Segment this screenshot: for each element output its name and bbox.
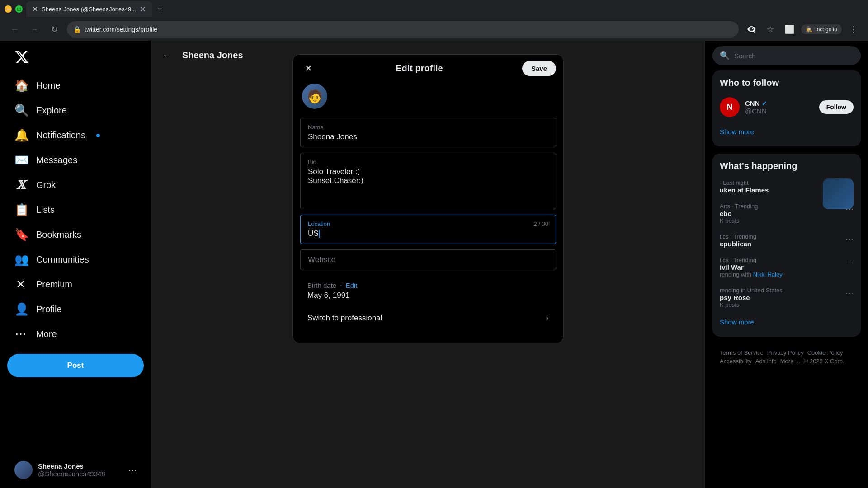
name-input[interactable] (308, 132, 548, 141)
cnn-name-text: CNN (745, 99, 760, 107)
bio-text: Solo Traveler :)Sunset Chaser:) (308, 167, 548, 203)
modal-avatar-section: 🧑 (293, 82, 563, 118)
birth-edit-button[interactable]: Edit (346, 282, 358, 289)
url-text: twitter.com/settings/profile (85, 26, 732, 33)
trending-more-icon-3[interactable]: ⋯ (845, 258, 854, 267)
switch-professional-item[interactable]: Switch to professional › (300, 305, 556, 330)
birth-separator: · (340, 281, 342, 289)
show-more-link[interactable]: Show more (712, 122, 861, 141)
trending-more-icon-2[interactable]: ⋯ (845, 234, 854, 244)
browser-menu-button[interactable]: ⋮ (846, 22, 861, 37)
sidebar-logo[interactable] (7, 44, 144, 71)
trending-show-more[interactable]: Show more (712, 313, 861, 331)
text-cursor (319, 230, 320, 238)
sidebar-item-notifications[interactable]: 🔔 Notifications (7, 123, 144, 148)
maximize-button[interactable]: □ (15, 5, 23, 13)
cnn-info: CNN ✓ @CNN (745, 99, 814, 115)
location-input-display[interactable]: US (308, 229, 548, 238)
trending-topic-3: ivil War (720, 263, 854, 271)
incognito-label: Incognito (815, 26, 837, 33)
trending-more-icon-1[interactable]: ⋯ (845, 204, 854, 214)
cnn-follow-button[interactable]: Follow (819, 100, 854, 114)
app-container: 🏠 Home 🔍 Explore 🔔 Notifications ✉️ Mess… (0, 41, 868, 488)
sidebar-user-profile[interactable]: Sheena Jones @SheenaJones49348 ⋯ (7, 455, 144, 484)
location-field-label: Location (308, 221, 548, 227)
sidebar-item-grok[interactable]: 𝕏 Grok (7, 173, 144, 197)
sidebar-item-more[interactable]: ⋯ More (7, 322, 144, 347)
trending-item-3[interactable]: tics · Trending ivil War rending with Ni… (712, 252, 861, 282)
incognito-icon: 🕵 (806, 26, 812, 33)
ssl-lock-icon: 🔒 (73, 26, 81, 33)
tab-favicon: ✕ (33, 5, 38, 13)
browser-tab-active[interactable]: ✕ Sheena Jones (@SheenaJones49... ✕ (26, 1, 152, 17)
back-nav-button[interactable]: ← (7, 22, 22, 37)
search-icon: 🔍 (720, 51, 730, 61)
profile-area: ← Sheena Jones ✕ Edit profile Save (151, 41, 705, 488)
sidebar-item-home[interactable]: 🏠 Home (7, 73, 144, 98)
lists-icon: 📋 (14, 203, 27, 217)
grok-icon: 𝕏 (14, 178, 27, 192)
bookmark-star-icon[interactable]: ☆ (763, 22, 778, 37)
new-tab-button[interactable]: + (154, 2, 166, 16)
modal-close-button[interactable]: ✕ (300, 60, 316, 76)
trending-topic-4: psy Rose (720, 294, 854, 301)
sidebar-item-profile[interactable]: 👤 Profile (7, 297, 144, 322)
bio-field[interactable]: Bio Solo Traveler :)Sunset Chaser:) (300, 153, 556, 209)
sidebar-item-communities[interactable]: 👥 Communities (7, 247, 144, 272)
browser-profile-icon[interactable]: ⬜ (782, 22, 797, 37)
sidebar-item-lists[interactable]: 📋 Lists (7, 197, 144, 222)
communities-icon: 👥 (14, 253, 27, 267)
sidebar-item-bookmarks[interactable]: 🔖 Bookmarks (7, 222, 144, 247)
modal-save-button[interactable]: Save (522, 61, 556, 76)
sidebar-item-messages[interactable]: ✉️ Messages (7, 148, 144, 173)
profile-icon: 👤 (14, 302, 27, 316)
post-button[interactable]: Post (7, 354, 144, 377)
forward-nav-button[interactable]: → (27, 22, 42, 37)
tab-close-button[interactable]: ✕ (140, 5, 146, 14)
sidebar-item-explore[interactable]: 🔍 Explore (7, 98, 144, 123)
website-field[interactable]: Website (300, 249, 556, 270)
search-bar[interactable]: 🔍 (712, 46, 861, 65)
trending-meta-1: Arts · Trending (720, 203, 854, 210)
trending-item-2[interactable]: tics · Trending epublican ⋯ (712, 229, 861, 252)
footer-tos[interactable]: Terms of Service (720, 349, 764, 356)
cnn-verified-icon: ✓ (762, 100, 767, 107)
incognito-badge: 🕵 Incognito (801, 24, 842, 34)
footer-privacy[interactable]: Privacy Policy (767, 349, 804, 356)
right-sidebar: 🔍 Who to follow N CNN ✓ @CNN (705, 41, 868, 488)
trending-item-1[interactable]: Arts · Trending ebo K posts ⋯ (712, 198, 861, 229)
edit-profile-modal: ✕ Edit profile Save 🧑 Name (292, 54, 564, 343)
browser-actions: 👁‍🗨 ☆ ⬜ 🕵 Incognito ⋮ (744, 22, 861, 37)
sidebar-label-lists: Lists (36, 205, 55, 215)
address-bar[interactable]: 🔒 twitter.com/settings/profile (67, 21, 739, 38)
sidebar-label-explore: Explore (36, 105, 67, 116)
minimize-button[interactable]: — (5, 5, 12, 13)
camouflage-icon[interactable]: 👁‍🗨 (744, 22, 759, 37)
trending-meta-4: rending in United States (720, 287, 854, 294)
location-text: US (308, 229, 319, 238)
trending-item-4[interactable]: rending in United States psy Rose K post… (712, 282, 861, 313)
trending-sub-3: rending with Nikki Haley (720, 271, 854, 278)
sidebar-label-notifications: Notifications (36, 130, 85, 141)
footer-cookie[interactable]: Cookie Policy (807, 349, 843, 356)
avatar-image: 🧑 (302, 84, 327, 109)
reload-button[interactable]: ↻ (47, 22, 61, 37)
suggested-follow-cnn[interactable]: N CNN ✓ @CNN Follow (712, 92, 861, 122)
modal-avatar[interactable]: 🧑 (300, 82, 329, 111)
modal-backdrop[interactable]: ✕ Edit profile Save 🧑 Name (151, 41, 705, 488)
search-input[interactable] (734, 52, 854, 60)
x-logo-icon (14, 50, 29, 64)
footer-more[interactable]: More ... (780, 358, 800, 365)
location-field[interactable]: Location 2 / 30 US (300, 215, 556, 244)
premium-icon: ✕ (14, 277, 27, 291)
sidebar-item-premium[interactable]: ✕ Premium (7, 272, 144, 297)
trending-more-icon-4[interactable]: ⋯ (845, 288, 854, 298)
switch-professional-label: Switch to professional (307, 314, 382, 323)
footer-copyright: © 2023 X Corp. (804, 358, 844, 365)
footer-links: Terms of Service Privacy Policy Cookie P… (712, 344, 861, 370)
trending-item-0[interactable]: · Last night uken at Flames (712, 175, 861, 198)
website-input[interactable]: Website (308, 255, 548, 264)
footer-ads[interactable]: Ads info (755, 358, 777, 365)
name-field[interactable]: Name (300, 118, 556, 147)
footer-accessibility[interactable]: Accessibility (720, 358, 752, 365)
